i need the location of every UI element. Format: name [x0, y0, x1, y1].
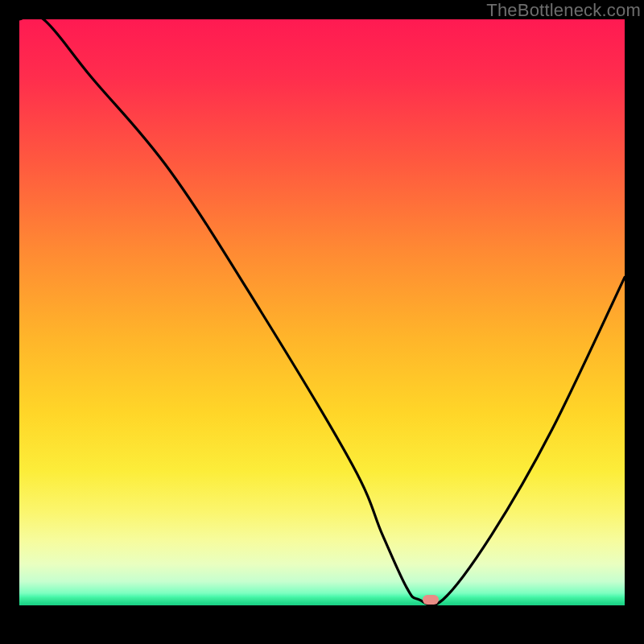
watermark-text: TheBottleneck.com: [486, 0, 641, 21]
chart-frame: [19, 19, 625, 625]
optimal-marker: [423, 595, 439, 605]
bottleneck-curve: [19, 19, 625, 625]
